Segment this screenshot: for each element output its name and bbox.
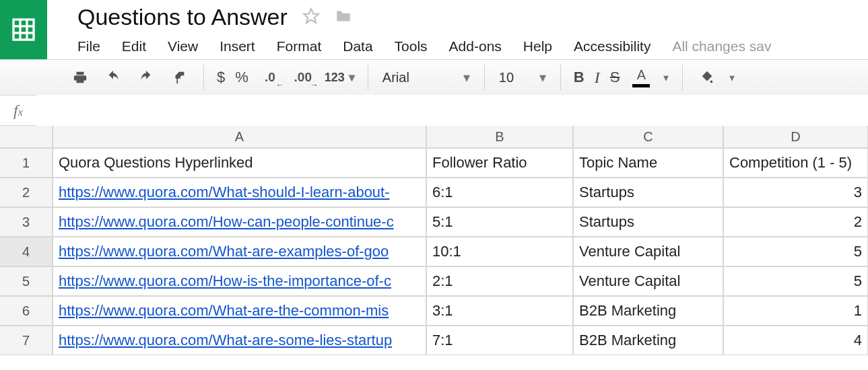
- menu-file[interactable]: File: [77, 38, 100, 54]
- col-header-d[interactable]: D: [723, 126, 868, 148]
- menu-accessibility[interactable]: Accessibility: [574, 38, 650, 54]
- separator: [682, 65, 683, 90]
- cell-a4[interactable]: https://www.quora.com/What-are-examples-…: [53, 237, 426, 266]
- cell-d5[interactable]: 5: [723, 266, 868, 296]
- cell-c3[interactable]: Startups: [573, 207, 723, 237]
- cell-b3[interactable]: 5:1: [426, 207, 573, 237]
- sheets-logo[interactable]: [0, 0, 47, 59]
- print-button[interactable]: [65, 63, 96, 92]
- percent-button[interactable]: %: [231, 63, 253, 92]
- fx-label: fx: [0, 102, 36, 120]
- col-header-a[interactable]: A: [53, 126, 426, 148]
- cell-b2[interactable]: 6:1: [426, 178, 573, 207]
- document-title[interactable]: Questions to Answer: [77, 4, 288, 30]
- svg-rect-0: [13, 20, 34, 40]
- cell-a1[interactable]: Quora Questions Hyperlinked: [53, 148, 426, 178]
- formula-input[interactable]: [36, 95, 868, 126]
- bold-button[interactable]: B: [570, 63, 589, 92]
- cell-d2[interactable]: 3: [723, 178, 868, 207]
- toolbar: $ % .0← .00→ 123▾ Arial▾ 10▾ B I S A ▾ ▾: [0, 59, 868, 96]
- menu-format[interactable]: Format: [277, 38, 322, 54]
- undo-button[interactable]: [98, 63, 129, 92]
- menu-view[interactable]: View: [168, 38, 198, 54]
- cell-d3[interactable]: 2: [723, 207, 868, 237]
- cell-c7[interactable]: B2B Marketing: [573, 326, 723, 355]
- row-header-7[interactable]: 7: [0, 326, 53, 355]
- folder-icon[interactable]: [335, 7, 352, 28]
- text-color-dropdown[interactable]: ▾: [659, 63, 673, 92]
- cell-a3[interactable]: https://www.quora.com/How-can-people-con…: [53, 207, 426, 237]
- number-format-button[interactable]: 123▾: [321, 63, 359, 92]
- font-size-select[interactable]: 10▾: [494, 63, 552, 92]
- menu-tools[interactable]: Tools: [395, 38, 428, 54]
- menu-edit[interactable]: Edit: [122, 38, 146, 54]
- cell-d6[interactable]: 1: [723, 296, 868, 326]
- fill-color-button[interactable]: [692, 63, 723, 92]
- cell-d4[interactable]: 5: [723, 237, 868, 266]
- separator: [560, 65, 561, 90]
- star-icon[interactable]: [302, 7, 320, 28]
- save-status: All changes sav: [672, 38, 771, 54]
- cell-a5[interactable]: https://www.quora.com/How-is-the-importa…: [53, 266, 426, 296]
- cell-c1[interactable]: Topic Name: [573, 148, 723, 178]
- text-color-button[interactable]: A: [626, 63, 657, 92]
- cell-b1[interactable]: Follower Ratio: [426, 148, 573, 178]
- fill-color-dropdown[interactable]: ▾: [725, 63, 739, 92]
- menu-addons[interactable]: Add-ons: [449, 38, 502, 54]
- separator: [368, 65, 368, 90]
- menu-bar: File Edit View Insert Format Data Tools …: [77, 38, 868, 54]
- row-header-2[interactable]: 2: [0, 178, 53, 207]
- currency-button[interactable]: $: [213, 63, 229, 92]
- cell-c6[interactable]: B2B Marketing: [573, 296, 723, 326]
- cell-d1[interactable]: Competition (1 - 5): [723, 148, 868, 178]
- separator: [203, 65, 204, 90]
- cell-d7[interactable]: 4: [723, 326, 868, 355]
- cell-a2[interactable]: https://www.quora.com/What-should-I-lear…: [53, 178, 426, 207]
- cell-c2[interactable]: Startups: [573, 178, 723, 207]
- row-header-4[interactable]: 4: [0, 237, 53, 266]
- row-header-3[interactable]: 3: [0, 207, 53, 237]
- col-header-b[interactable]: B: [426, 126, 573, 148]
- menu-help[interactable]: Help: [523, 38, 552, 54]
- font-select[interactable]: Arial▾: [377, 63, 475, 92]
- cell-b7[interactable]: 7:1: [426, 326, 573, 355]
- separator: [484, 65, 485, 90]
- row-header-5[interactable]: 5: [0, 266, 53, 296]
- paint-format-button[interactable]: [164, 63, 195, 92]
- italic-button[interactable]: I: [591, 63, 604, 92]
- cell-a7[interactable]: https://www.quora.com/What-are-some-lies…: [53, 326, 426, 355]
- cell-c4[interactable]: Venture Capital: [573, 237, 723, 266]
- row-header-6[interactable]: 6: [0, 296, 53, 326]
- decrease-decimal-button[interactable]: .0←: [255, 63, 286, 92]
- strike-button[interactable]: S: [606, 63, 624, 92]
- cell-a6[interactable]: https://www.quora.com/What-are-the-commo…: [53, 296, 426, 326]
- svg-marker-5: [304, 9, 319, 23]
- select-all-corner[interactable]: [0, 126, 53, 148]
- cell-c5[interactable]: Venture Capital: [573, 266, 723, 296]
- cell-b4[interactable]: 10:1: [426, 237, 573, 266]
- menu-insert[interactable]: Insert: [220, 38, 255, 54]
- menu-data[interactable]: Data: [343, 38, 372, 54]
- spreadsheet-grid: A B C D 1 Quora Questions Hyperlinked Fo…: [0, 126, 868, 355]
- col-header-c[interactable]: C: [573, 126, 723, 148]
- cell-b6[interactable]: 3:1: [426, 296, 573, 326]
- increase-decimal-button[interactable]: .00→: [288, 63, 319, 92]
- redo-button[interactable]: [131, 63, 162, 92]
- row-header-1[interactable]: 1: [0, 148, 53, 178]
- cell-b5[interactable]: 2:1: [426, 266, 573, 296]
